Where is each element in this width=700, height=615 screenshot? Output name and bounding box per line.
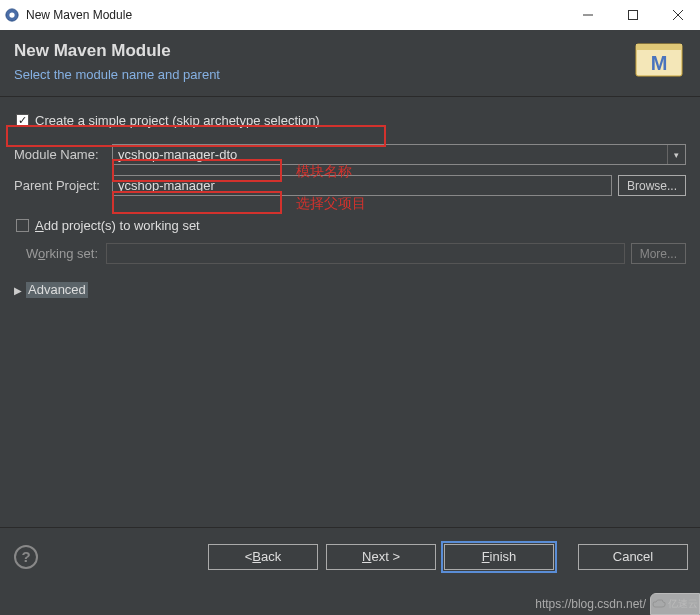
close-button[interactable]: [655, 0, 700, 30]
window-controls: [565, 0, 700, 30]
back-button[interactable]: < Back: [208, 544, 318, 570]
wizard-header: New Maven Module Select the module name …: [0, 30, 700, 97]
window-titlebar: New Maven Module: [0, 0, 700, 30]
browse-button[interactable]: Browse...: [618, 175, 686, 196]
module-name-input[interactable]: [113, 145, 667, 164]
checkbox-checked-icon: ✓: [16, 114, 29, 127]
chevron-down-icon[interactable]: ▾: [667, 145, 685, 164]
wizard-content: ✓ Create a simple project (skip archetyp…: [0, 97, 700, 298]
app-icon: [4, 7, 20, 23]
add-to-working-set-checkbox-row[interactable]: Add project(s) to working set: [14, 216, 686, 235]
working-set-select-row: Working set: More...: [14, 243, 686, 264]
advanced-toggle[interactable]: ▶ Advanced: [14, 282, 686, 298]
help-button[interactable]: ?: [14, 545, 38, 569]
more-button: More...: [631, 243, 686, 264]
parent-project-row: Parent Project: Browse...: [14, 175, 686, 196]
working-set-combo: [106, 243, 625, 264]
page-subtitle: Select the module name and parent: [14, 67, 220, 82]
simple-project-label: Create a simple project (skip archetype …: [35, 113, 320, 128]
svg-rect-7: [636, 44, 682, 50]
chevron-right-icon: ▶: [14, 285, 22, 296]
wizard-button-bar: ? < Back Next > Finish Cancel: [0, 527, 700, 585]
working-set-label: Working set:: [26, 246, 106, 261]
svg-text:M: M: [651, 52, 668, 74]
maven-wizard-icon: M: [632, 40, 686, 82]
maximize-button[interactable]: [610, 0, 655, 30]
minimize-button[interactable]: [565, 0, 610, 30]
svg-point-1: [9, 12, 14, 17]
checkbox-unchecked-icon: [16, 219, 29, 232]
window-title: New Maven Module: [26, 8, 132, 22]
module-name-label: Module Name:: [14, 147, 112, 162]
module-name-combo[interactable]: ▾: [112, 144, 686, 165]
add-to-working-set-label: Add project(s) to working set: [35, 218, 200, 233]
working-set-group: Add project(s) to working set Working se…: [14, 216, 686, 264]
watermark-logo: 亿速云: [650, 593, 700, 615]
advanced-label: Advanced: [26, 282, 88, 298]
next-button[interactable]: Next >: [326, 544, 436, 570]
simple-project-checkbox-row[interactable]: ✓ Create a simple project (skip archetyp…: [14, 111, 686, 130]
svg-rect-3: [628, 11, 637, 20]
finish-button[interactable]: Finish: [444, 544, 554, 570]
module-name-row: Module Name: ▾: [14, 144, 686, 165]
parent-project-label: Parent Project:: [14, 178, 112, 193]
watermark-url: https://blog.csdn.net/: [535, 597, 646, 611]
cancel-button[interactable]: Cancel: [578, 544, 688, 570]
page-title: New Maven Module: [14, 41, 220, 61]
parent-project-input[interactable]: [112, 175, 612, 196]
